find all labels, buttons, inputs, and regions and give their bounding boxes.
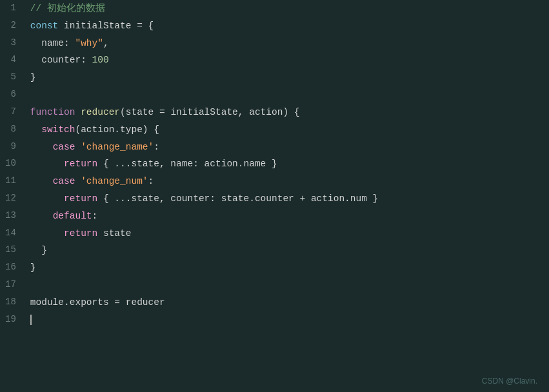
line-number: 14 [0, 225, 28, 242]
table-row: 17 [0, 277, 549, 294]
line-number: 12 [0, 190, 28, 208]
token-pink: case [53, 176, 75, 186]
table-row: 4 counter: 100 [0, 52, 549, 69]
token-plain [75, 142, 81, 152]
token-pink: switch [41, 124, 75, 135]
token-plain [30, 193, 64, 204]
line-content: const initialState = { [28, 17, 549, 35]
line-number: 3 [0, 35, 28, 52]
token-fn_name: reducer [81, 107, 120, 117]
line-content: default: [28, 208, 549, 225]
line-number: 6 [0, 86, 28, 104]
line-number: 10 [0, 155, 28, 173]
token-plain [30, 159, 64, 169]
line-content: case 'change_name': [28, 139, 549, 156]
line-content: case 'change_num': [28, 173, 549, 190]
token-pink: return [64, 159, 97, 169]
table-row: 10 return { ...state, name: action.name … [0, 155, 549, 173]
token-plain: (state = initialState, action) { [120, 107, 299, 117]
table-row: 15 } [0, 242, 549, 259]
line-content: counter: 100 [28, 52, 549, 69]
table-row: 18module.exports = reducer [0, 294, 549, 311]
line-number: 13 [0, 208, 28, 225]
line-content [28, 277, 549, 294]
table-row: 12 return { ...state, counter: state.cou… [0, 190, 549, 208]
token-plain: module.exports = reducer [30, 297, 165, 308]
table-row: 9 case 'change_name': [0, 139, 549, 156]
line-number: 15 [0, 242, 28, 259]
line-content: switch(action.type) { [28, 121, 549, 139]
line-content: return { ...state, name: action.name } [28, 155, 549, 173]
code-lines: 1// 初始化的数据2const initialState = {3 name:… [0, 0, 549, 328]
token-string: 'change_name' [81, 142, 154, 152]
line-number: 19 [0, 311, 28, 329]
line-number: 8 [0, 121, 28, 139]
line-content: } [28, 69, 549, 86]
line-number: 5 [0, 69, 28, 86]
line-content: function reducer(state = initialState, a… [28, 104, 549, 121]
line-number: 17 [0, 277, 28, 294]
table-row: 14 return state [0, 225, 549, 242]
line-number: 18 [0, 294, 28, 311]
token-plain: name: [30, 38, 75, 48]
token-plain: , [103, 38, 109, 48]
token-pink: case [53, 142, 75, 152]
table-row: 7function reducer(state = initialState, … [0, 104, 549, 121]
token-plain [75, 176, 81, 186]
table-row: 16} [0, 259, 549, 277]
line-content: return { ...state, counter: state.counte… [28, 190, 549, 208]
token-plain [30, 228, 64, 239]
token-pink: return [64, 228, 97, 239]
token-plain: { ...state, name: action.name } [97, 159, 277, 169]
token-comment: // 初始化的数据 [30, 3, 105, 14]
line-number: 16 [0, 259, 28, 277]
table-row: 11 case 'change_num': [0, 173, 549, 190]
token-blue: const [30, 21, 59, 31]
token-string: "why" [75, 38, 103, 48]
token-plain: { ...state, counter: state.counter + act… [97, 193, 378, 204]
table-row: 2const initialState = { [0, 17, 549, 35]
line-number: 4 [0, 52, 28, 69]
token-plain [75, 107, 81, 117]
token-pink: default [53, 211, 92, 221]
table-row: 19 [0, 311, 549, 329]
table-row: 5} [0, 69, 549, 86]
token-plain: : [148, 176, 154, 186]
line-number: 1 [0, 0, 28, 17]
token-plain [30, 124, 41, 135]
token-plain [30, 211, 53, 221]
line-number: 7 [0, 104, 28, 121]
token-plain: (action.type) { [75, 124, 159, 135]
token-plain: counter: [30, 55, 92, 65]
token-string: 'change_num' [81, 176, 148, 186]
line-content [28, 86, 549, 104]
table-row: 3 name: "why", [0, 35, 549, 52]
token-plain [30, 142, 53, 152]
line-number: 2 [0, 17, 28, 35]
line-content [28, 311, 549, 329]
line-content: module.exports = reducer [28, 294, 549, 311]
line-content: } [28, 259, 549, 277]
table-row: 1// 初始化的数据 [0, 0, 549, 17]
table-row: 6 [0, 86, 549, 104]
code-editor: 1// 初始化的数据2const initialState = {3 name:… [0, 0, 549, 392]
table-row: 13 default: [0, 208, 549, 225]
token-plain: } [30, 262, 36, 273]
line-content: // 初始化的数据 [28, 0, 549, 17]
token-plain [30, 176, 53, 186]
token-plain: state [97, 228, 131, 239]
token-number: 100 [92, 55, 109, 65]
watermark: CSDN @Clavin. [482, 377, 537, 386]
line-number: 11 [0, 173, 28, 190]
token-fn_kw: function [30, 107, 75, 117]
line-number: 9 [0, 139, 28, 156]
token-plain: } [30, 245, 47, 255]
token-plain: : [92, 211, 98, 221]
text-cursor [30, 315, 32, 325]
line-content: return state [28, 225, 549, 242]
token-plain: } [30, 72, 36, 83]
token-plain: : [154, 142, 159, 152]
line-content: name: "why", [28, 35, 549, 52]
token-pink: return [64, 193, 97, 204]
token-plain: initialState = { [58, 21, 154, 31]
